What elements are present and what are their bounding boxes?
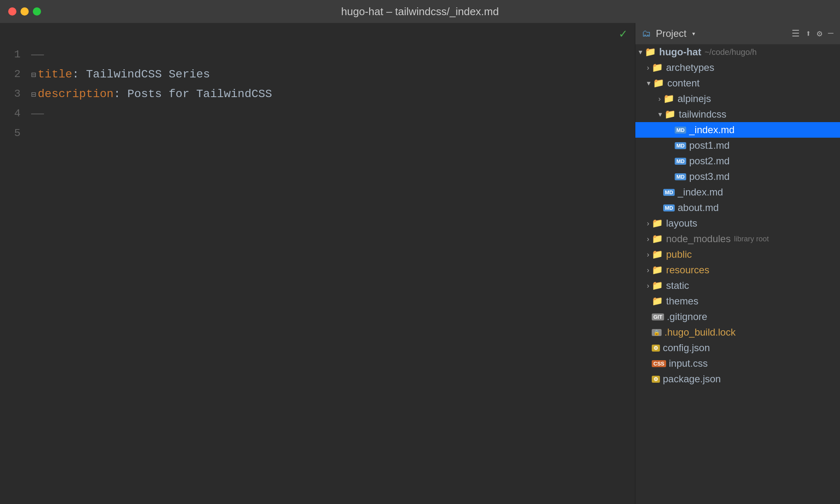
line-number-2: 2 [0, 64, 28, 80]
chevron-icon: › [647, 219, 649, 228]
sidebar-header: 🗂 Project ▾ ☰ ⬆ ⚙ — [635, 23, 840, 44]
folder-icon: 📁 [652, 234, 663, 244]
chevron-icon: › [658, 95, 661, 103]
sidebar-gear-icon[interactable]: ⚙ [817, 28, 822, 39]
line-number-1: 1 [0, 44, 28, 61]
tree-item-gitignore[interactable]: › GIT .gitignore [635, 309, 840, 325]
json-badge: ⚙ [652, 376, 660, 383]
sidebar-toolbar: ☰ ⬆ ⚙ — [792, 28, 833, 39]
tree-item-static[interactable]: › 📁 static [635, 278, 840, 293]
tree-item-post3-md[interactable]: › MD post3.md [635, 169, 840, 184]
tree-item-node-modules[interactable]: › 📁 node_modules library root [635, 231, 840, 247]
editor-line-4: 4 —— [0, 103, 635, 123]
titlebar: hugo-hat – tailwindcss/_index.md [0, 0, 840, 23]
tree-item-public[interactable]: › 📁 public [635, 247, 840, 262]
main-content: ✓ 1 —— 2 ⊟title: TailwindCSS Series 3 ⊟d… [0, 23, 840, 504]
tree-item-hugo-build-lock[interactable]: › 🔒 .hugo_build.lock [635, 325, 840, 340]
folder-icon: 📁 [652, 249, 663, 260]
chevron-icon: › [647, 266, 649, 275]
md-badge: MD [663, 204, 675, 211]
sidebar-filter-icon[interactable]: ⬆ [806, 28, 811, 39]
lock-badge: 🔒 [652, 329, 662, 336]
tree-label-content: content [667, 77, 700, 89]
tree-label-input-css: input.css [669, 358, 708, 369]
root-name: hugo-hat [659, 46, 701, 58]
folder-icon: 📁 [664, 109, 676, 120]
line-content-3: ⊟description: Posts for TailwindCSS [28, 84, 635, 100]
tree-label-index-md-sel: _index.md [689, 124, 735, 136]
line-content-4: —— [28, 103, 635, 120]
tree-label-post2: post2.md [689, 155, 730, 167]
md-badge: MD [675, 127, 686, 134]
tree-item-content[interactable]: ▾ 📁 content [635, 75, 840, 91]
chevron-icon: › [647, 64, 649, 72]
line-content-5 [28, 123, 635, 127]
md-badge: MD [675, 158, 686, 165]
minimize-button[interactable] [21, 7, 29, 16]
tree-label-post1: post1.md [689, 140, 730, 151]
line-number-4: 4 [0, 103, 28, 120]
folder-icon: 📁 [652, 265, 663, 275]
editor-line-3: 3 ⊟description: Posts for TailwindCSS [0, 84, 635, 103]
git-badge: GIT [652, 313, 664, 320]
tree-item-archetypes[interactable]: › 📁 archetypes [635, 60, 840, 75]
editor-line-2: 2 ⊟title: TailwindCSS Series [0, 64, 635, 84]
tree-item-input-css[interactable]: › CSS input.css [635, 356, 840, 371]
line-number-5: 5 [0, 123, 28, 139]
tree-label-gitignore: .gitignore [667, 311, 708, 322]
folder-icon: 📁 [653, 78, 664, 89]
sidebar-title: Project [656, 28, 687, 39]
chevron-icon: › [647, 250, 649, 259]
file-tree: ▾ 📁 hugo-hat ~/code/hugo/h › 📁 archetype… [635, 44, 840, 504]
tree-label-resources: resources [666, 264, 709, 276]
chevron-icon: ▾ [658, 110, 662, 119]
project-dropdown-icon[interactable]: ▾ [692, 29, 696, 38]
css-badge: CSS [652, 360, 666, 367]
tree-label-tailwindcss: tailwindcss [679, 109, 726, 120]
tree-label-index-md: _index.md [678, 186, 723, 198]
tree-item-about-md[interactable]: › MD about.md [635, 200, 840, 216]
sidebar-minimize-icon[interactable]: — [828, 28, 833, 39]
tree-item-hugo-hat[interactable]: ▾ 📁 hugo-hat ~/code/hugo/h [635, 44, 840, 60]
tree-label-static: static [666, 280, 689, 291]
tree-item-index-md-selected[interactable]: › MD _index.md [635, 122, 840, 138]
chevron-icon: › [647, 282, 649, 290]
tree-label-layouts: layouts [666, 218, 697, 229]
editor-content[interactable]: 1 —— 2 ⊟title: TailwindCSS Series 3 ⊟des… [0, 44, 635, 504]
close-button[interactable] [8, 7, 16, 16]
folder-icon: 📁 [652, 296, 663, 306]
tree-item-package-json[interactable]: › ⚙ package.json [635, 371, 840, 387]
tree-item-index-md-content[interactable]: › MD _index.md [635, 184, 840, 200]
folder-icon: 📁 [652, 62, 663, 73]
json-badge: ⚙ [652, 345, 660, 352]
tree-item-themes[interactable]: › 📁 themes [635, 293, 840, 309]
project-folder-icon: 🗂 [642, 28, 651, 39]
tree-label-hugo-build-lock: .hugo_build.lock [664, 327, 735, 338]
line-content-2: ⊟title: TailwindCSS Series [28, 64, 635, 81]
folder-icon: 📁 [652, 218, 663, 229]
project-sidebar: 🗂 Project ▾ ☰ ⬆ ⚙ — ▾ 📁 hugo-hat ~/code/… [635, 23, 840, 504]
tree-item-resources[interactable]: › 📁 resources [635, 262, 840, 278]
window-controls[interactable] [8, 7, 41, 16]
root-path: ~/code/hugo/h [705, 48, 757, 57]
md-badge: MD [675, 142, 686, 149]
md-badge: MD [675, 173, 686, 180]
tree-item-config-json[interactable]: › ⚙ config.json [635, 340, 840, 356]
tree-item-layouts[interactable]: › 📁 layouts [635, 216, 840, 231]
line-number-3: 3 [0, 84, 28, 100]
sidebar-settings-icon[interactable]: ☰ [792, 28, 800, 39]
tree-item-tailwindcss[interactable]: ▾ 📁 tailwindcss [635, 107, 840, 122]
editor-line-1: 1 —— [0, 44, 635, 64]
check-icon: ✓ [619, 26, 627, 41]
window-title: hugo-hat – tailwindcss/_index.md [341, 5, 499, 18]
maximize-button[interactable] [33, 7, 41, 16]
editor-line-5: 5 [0, 123, 635, 143]
tree-item-alpinejs[interactable]: › 📁 alpinejs [635, 91, 840, 107]
tree-label-post3: post3.md [689, 171, 730, 182]
tree-label-themes: themes [666, 295, 698, 307]
tree-item-post1-md[interactable]: › MD post1.md [635, 138, 840, 153]
tree-item-post2-md[interactable]: › MD post2.md [635, 153, 840, 169]
tree-label-package-json: package.json [663, 373, 721, 385]
tree-label-alpinejs: alpinejs [678, 93, 711, 104]
root-folder-icon: 📁 [645, 47, 656, 57]
